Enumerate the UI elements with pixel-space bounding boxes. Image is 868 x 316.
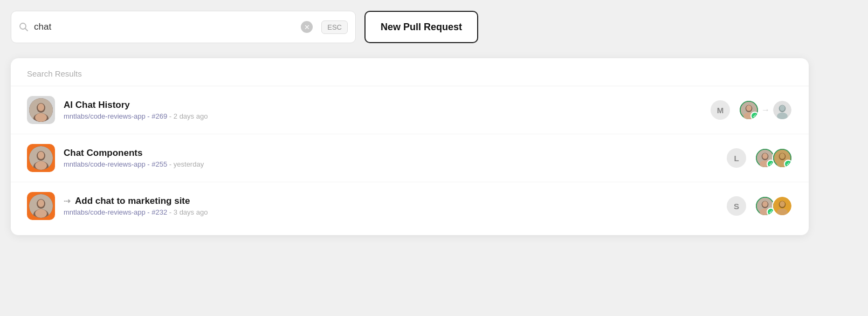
svg-point-14 (780, 105, 785, 111)
avatar (29, 194, 53, 218)
reviewer-avatar: ✓ (772, 148, 793, 168)
new-pull-request-button[interactable]: New Pull Request (364, 11, 478, 43)
svg-point-6 (35, 113, 47, 122)
svg-point-24 (762, 153, 768, 159)
search-results-label: Search Results (11, 69, 809, 86)
search-results-card: Search Results AI Chat History mntlabs/c… (11, 58, 809, 235)
clear-search-button[interactable]: ✕ (301, 21, 313, 33)
result-row[interactable]: ⇢ Add chat to marketing site mntlabs/cod… (11, 182, 809, 230)
search-input[interactable] (34, 22, 295, 32)
avatar (29, 98, 53, 122)
size-badge: S (727, 196, 746, 216)
draft-icon: ⇢ (64, 196, 71, 206)
author-avatar: ✓ (739, 100, 759, 120)
pr-info: AI Chat History mntlabs/code-reviews-app… (64, 100, 702, 120)
pr-time: - 3 days ago (169, 208, 208, 216)
pr-repo: mntlabs/code-reviews-app - #255 (64, 160, 167, 168)
avatars-group: ✓ ✓ (755, 148, 793, 168)
svg-point-20 (35, 161, 47, 170)
reviewer-avatar (772, 196, 793, 216)
top-bar: ✕ ESC New Pull Request (11, 11, 857, 43)
pr-time: - yesterday (169, 160, 204, 168)
pr-avatar-bg (27, 192, 55, 220)
pr-repo: mntlabs/code-reviews-app - #232 (64, 208, 167, 216)
pr-time: - 2 days ago (169, 112, 208, 120)
pr-title: AI Chat History (64, 100, 702, 111)
avatars-group: ✓ → (739, 100, 793, 120)
reviewer-avatar (772, 100, 793, 120)
size-badge: L (727, 148, 746, 168)
search-icon (19, 22, 29, 32)
pr-repo: mntlabs/code-reviews-app - #269 (64, 112, 167, 120)
size-badge: M (711, 100, 730, 120)
svg-point-29 (780, 153, 785, 159)
avatar (29, 146, 53, 170)
pr-meta: mntlabs/code-reviews-app - #269 - 2 days… (64, 112, 702, 120)
arrow-icon: → (761, 105, 770, 115)
esc-button[interactable]: ESC (321, 20, 348, 34)
pr-info: Chat Components mntlabs/code-reviews-app… (64, 148, 718, 168)
avatars-group: ✓ (755, 196, 793, 216)
search-box: ✕ ESC (11, 11, 356, 43)
pr-avatar-bg (27, 144, 55, 172)
svg-point-43 (780, 201, 785, 207)
svg-line-1 (25, 29, 28, 31)
approved-check: ✓ (750, 112, 759, 120)
pr-avatar-bg (27, 96, 55, 124)
svg-point-19 (38, 152, 44, 159)
svg-point-39 (762, 201, 768, 207)
result-row[interactable]: Chat Components mntlabs/code-reviews-app… (11, 134, 809, 182)
pr-title: Chat Components (64, 148, 718, 159)
approved-check: ✓ (784, 160, 793, 168)
svg-point-5 (38, 104, 44, 111)
svg-point-34 (38, 200, 44, 207)
close-icon: ✕ (304, 23, 310, 31)
pr-meta: mntlabs/code-reviews-app - #232 - 3 days… (64, 208, 718, 216)
pr-title: ⇢ Add chat to marketing site (64, 196, 718, 207)
result-row[interactable]: AI Chat History mntlabs/code-reviews-app… (11, 86, 809, 134)
pr-meta: mntlabs/code-reviews-app - #255 - yester… (64, 160, 718, 168)
svg-point-35 (35, 209, 47, 218)
svg-point-10 (746, 105, 752, 111)
pr-info: ⇢ Add chat to marketing site mntlabs/cod… (64, 196, 718, 216)
